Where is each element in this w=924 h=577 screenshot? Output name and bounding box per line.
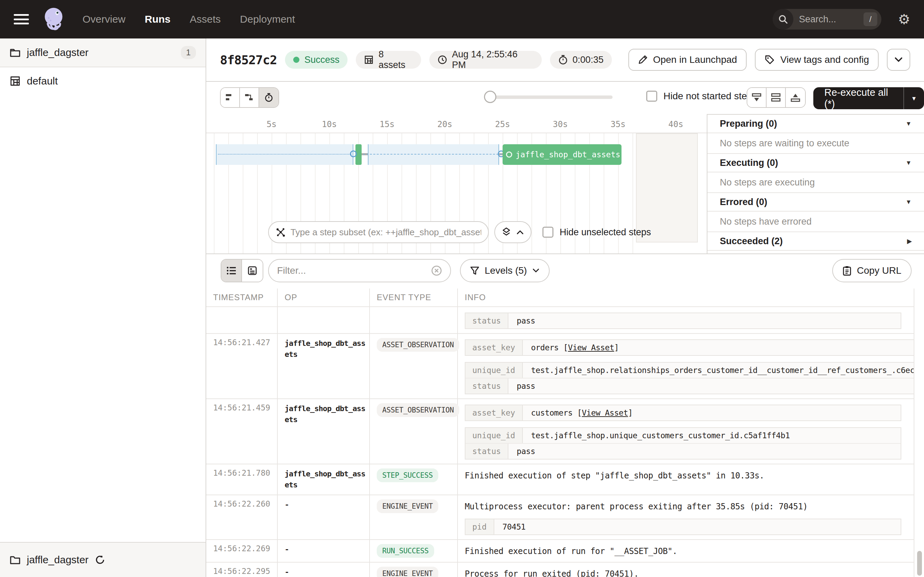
log-timestamp: 14:56:21.427 [206, 334, 278, 398]
kv-key: unique_id [465, 428, 523, 443]
view-asset-link[interactable]: View Asset [582, 408, 628, 417]
expand-bottom-button[interactable] [786, 88, 805, 107]
assets-count: 8 assets [378, 49, 413, 70]
section-title: Executing (0) [720, 158, 778, 168]
kv-value-text: ] [614, 343, 619, 352]
zoom-slider[interactable] [484, 91, 612, 103]
repo-header[interactable]: jaffle_dagster 1 [0, 39, 205, 67]
caret-right-icon: ▶ [907, 238, 912, 245]
nav-overview[interactable]: Overview [82, 13, 126, 25]
zoom-slider-handle[interactable] [484, 91, 496, 103]
hide-not-started-checkbox[interactable] [646, 91, 657, 102]
menu-icon[interactable] [14, 14, 29, 24]
log-row[interactable]: status pass [206, 306, 914, 333]
gantt-step-label: jaffle_shop_dbt_assets [515, 150, 620, 159]
panel-layout-toggle [746, 87, 806, 108]
log-row[interactable]: 14:56:22.295 - ENGINE_EVENT Process for … [206, 562, 914, 577]
event-type-badge: ENGINE_EVENT [377, 567, 438, 577]
log-op: jaffle_shop_dbt_assets [278, 334, 370, 398]
refresh-icon[interactable] [95, 555, 105, 565]
view-asset-link[interactable]: View Asset [568, 343, 614, 352]
log-row[interactable]: 14:56:22.260 - ENGINE_EVENT Multiprocess… [206, 495, 914, 539]
log-table: TIMESTAMP OP EVENT TYPE INFO status pa [206, 288, 914, 577]
log-timestamp: 14:56:22.295 [206, 562, 278, 577]
copy-url-button[interactable]: Copy URL [832, 259, 912, 282]
col-timestamp: TIMESTAMP [206, 288, 278, 306]
event-type-badge: ASSET_OBSERVATION [377, 403, 459, 417]
collapse-bottom-button[interactable] [747, 88, 767, 107]
section-preparing[interactable]: Preparing (0) ▼ [708, 115, 924, 133]
event-type-badge: STEP_SUCCESS [377, 469, 438, 482]
wait-phase-region [368, 144, 499, 165]
job-grid-icon [10, 76, 21, 87]
repo-name: jaffle_dagster [27, 47, 89, 58]
run-datetime: Aug 14, 2:55:46 PM [452, 49, 533, 70]
gantt-step-bar[interactable]: jaffle_shop_dbt_assets [502, 144, 622, 165]
gantt-timeline: 5s 10s 15s 20s 25s 30s 35s 40s [206, 118, 707, 133]
empty-state-text: No steps have errored [720, 216, 812, 227]
section-title: Preparing (0) [720, 118, 777, 129]
gantt-panel: Hide not started steps Re-execute all (*… [206, 82, 924, 254]
search-input[interactable]: Search... / [773, 9, 881, 29]
dagster-logo-icon[interactable] [40, 5, 66, 33]
open-launchpad-button[interactable]: Open in Launchpad [628, 49, 746, 71]
log-timestamp: 14:56:22.269 [206, 540, 278, 562]
run-actions-dropdown-button[interactable] [887, 49, 910, 71]
log-list-view-button[interactable] [221, 259, 242, 282]
gear-icon[interactable]: ⚙ [898, 12, 910, 26]
log-row[interactable]: 14:56:21.459 jaffle_shop_dbt_assets ASSE… [206, 398, 914, 464]
waterfall-view-button[interactable] [240, 88, 259, 107]
split-panels-button[interactable] [767, 88, 786, 107]
assets-pill[interactable]: 8 assets [356, 51, 421, 69]
scrollbar-thumb[interactable] [917, 551, 922, 575]
metadata-table: unique_id test.jaffle_shop.relationships… [465, 362, 914, 394]
metadata-table: asset_key customers [View Asset] [465, 405, 901, 421]
sidebar-item-default[interactable]: default [0, 67, 205, 95]
folder-icon [10, 555, 21, 565]
clear-filter-icon[interactable] [431, 265, 442, 276]
nav-assets[interactable]: Assets [190, 13, 221, 25]
run-header: 8f8527c2 Success 8 assets Aug 14, 2:55:4… [206, 39, 924, 82]
caret-down-icon: ▼ [905, 160, 912, 166]
hide-unselected-label: Hide unselected steps [560, 227, 651, 238]
reexecute-all-button[interactable]: Re-execute all (*) ▾ [813, 87, 924, 109]
section-errored[interactable]: Errored (0) ▼ [708, 193, 924, 211]
hide-unselected-checkbox[interactable] [543, 227, 553, 238]
section-succeeded[interactable]: Succeeded (2) ▶ [708, 232, 924, 251]
log-view-toggle [221, 259, 263, 282]
kv-key: status [465, 444, 509, 459]
funnel-icon [470, 266, 479, 275]
log-row[interactable]: 14:56:21.780 jaffle_shop_dbt_assets STEP… [206, 464, 914, 495]
nav-runs[interactable]: Runs [145, 13, 171, 25]
nav-deployment[interactable]: Deployment [240, 13, 295, 25]
search-icon [773, 9, 793, 29]
kv-key: pid [465, 519, 494, 534]
levels-filter-button[interactable]: Levels (5) [460, 259, 550, 282]
section-errored-body: No steps have errored [708, 211, 924, 232]
reexecute-dropdown-caret[interactable]: ▾ [903, 87, 924, 109]
log-structured-view-button[interactable] [242, 259, 263, 282]
timed-view-button[interactable] [259, 88, 278, 107]
status-dot-icon [293, 56, 299, 63]
hide-unselected-checkbox-row[interactable]: Hide unselected steps [543, 227, 651, 238]
kv-value: pass [509, 313, 543, 328]
log-filter-input[interactable]: Filter... [268, 259, 451, 282]
log-row[interactable]: 14:56:22.269 - RUN_SUCCESS Finished exec… [206, 539, 914, 562]
step-subset-input[interactable]: Type a step subset (ex: ++jaffle_shop_db… [268, 221, 489, 243]
timeline-tick: 5s [258, 119, 285, 129]
log-row[interactable]: 14:56:21.427 jaffle_shop_dbt_assets ASSE… [206, 333, 914, 398]
hide-not-started-checkbox-row[interactable]: Hide not started steps [646, 91, 757, 102]
status-badge: Success [285, 51, 347, 69]
clock-icon [438, 55, 447, 64]
metadata-table: unique_id test.jaffle_shop.unique_custom… [465, 427, 901, 459]
log-message: Finished execution of run for "__ASSET_J… [465, 544, 901, 557]
empty-state-text: No steps are executing [720, 177, 815, 188]
flat-view-button[interactable] [221, 88, 240, 107]
section-executing[interactable]: Executing (0) ▼ [708, 154, 924, 172]
kv-value: test.jaffle_shop.relationships_orders_cu… [523, 363, 914, 378]
kv-value: 70451 [494, 519, 534, 534]
footer-repo-name: jaffle_dagster [27, 554, 89, 566]
step-query-options-button[interactable] [494, 221, 531, 243]
kv-key: asset_key [465, 340, 523, 355]
view-tags-config-button[interactable]: View tags and config [755, 49, 879, 71]
